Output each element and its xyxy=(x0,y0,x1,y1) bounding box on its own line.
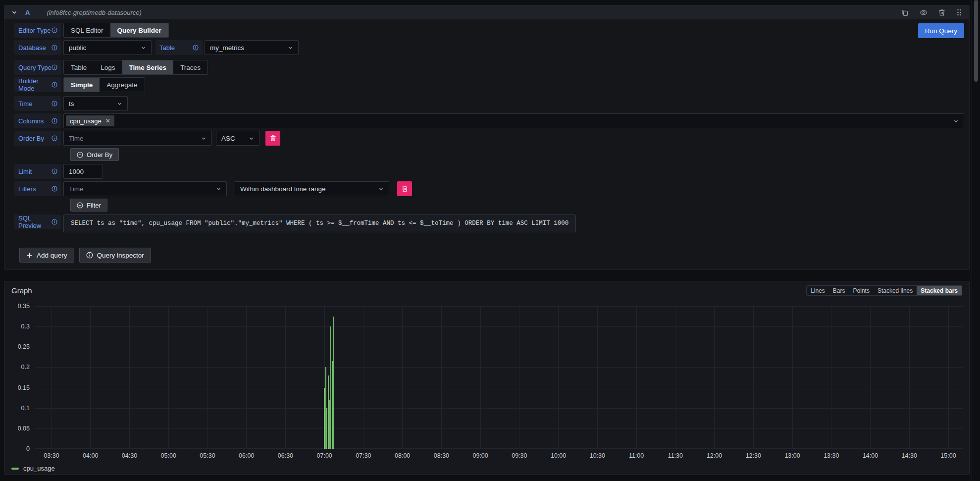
limit-input[interactable] xyxy=(63,164,103,179)
chevron-down-icon xyxy=(201,136,206,141)
y-axis-tick-label: 0.05 xyxy=(5,425,30,432)
add-filter-button[interactable]: Filter xyxy=(70,199,107,212)
query-header[interactable]: A (info8fcc-greptimedb-datasource) xyxy=(4,5,969,19)
x-axis-tick-label: 04:00 xyxy=(83,452,98,459)
x-axis-tick-label: 13:00 xyxy=(784,452,800,459)
x-gridline xyxy=(636,306,637,449)
editor-type-toggle: SQL EditorQuery Builder xyxy=(63,23,169,38)
database-select[interactable]: public xyxy=(63,40,152,55)
info-icon[interactable] xyxy=(52,186,57,192)
collapse-chevron-icon[interactable] xyxy=(11,9,17,15)
builder-mode-label: Builder Mode xyxy=(14,77,61,92)
query-type-toggle-option-time-series[interactable]: Time Series xyxy=(122,60,174,74)
sql-preview-label: SQL Preview xyxy=(14,214,61,229)
duplicate-query-icon[interactable] xyxy=(901,9,909,16)
query-type-toggle-option-traces[interactable]: Traces xyxy=(173,60,207,74)
builder-mode-toggle-option-aggregate[interactable]: Aggregate xyxy=(100,78,144,92)
info-icon[interactable] xyxy=(52,64,57,70)
x-axis-tick-label: 12:00 xyxy=(707,452,722,459)
graph-mode-option-bars[interactable]: Bars xyxy=(829,286,849,295)
info-icon[interactable] xyxy=(52,82,57,88)
plus-circle-icon xyxy=(77,202,83,209)
x-gridline xyxy=(519,306,519,449)
y-gridline xyxy=(35,388,963,388)
info-icon[interactable] xyxy=(52,101,57,107)
info-icon[interactable] xyxy=(52,27,57,33)
info-icon[interactable] xyxy=(52,118,57,124)
y-axis-tick-label: 0 xyxy=(5,445,30,453)
order-direction-select[interactable]: ASC xyxy=(216,131,259,146)
legend-item-cpu-usage[interactable]: cpu_usage xyxy=(11,465,55,472)
info-icon[interactable] xyxy=(52,219,57,225)
x-gridline xyxy=(480,306,481,449)
x-gridline xyxy=(246,306,247,449)
query-editor-body: Run Query Editor Type SQL EditorQuery Bu… xyxy=(4,19,969,269)
run-query-button[interactable]: Run Query xyxy=(918,23,964,38)
remove-column-icon[interactable]: ✕ xyxy=(105,118,110,124)
filter-condition-select[interactable]: Within dashboard time range xyxy=(235,181,389,196)
y-axis-tick-label: 0.1 xyxy=(5,404,30,412)
query-type-toggle-option-table[interactable]: Table xyxy=(64,60,94,74)
chevron-down-icon xyxy=(249,136,254,141)
trash-icon[interactable] xyxy=(938,9,945,16)
x-gridline xyxy=(168,306,169,449)
chevron-down-icon xyxy=(216,186,221,192)
time-label: Time xyxy=(14,96,61,111)
y-axis-tick-label: 0.35 xyxy=(5,302,30,310)
sql-preview-text: SELECT ts as "time", cpu_usage FROM "pub… xyxy=(63,214,576,232)
x-axis-tick-label: 14:00 xyxy=(863,452,878,459)
graph-mode-option-lines[interactable]: Lines xyxy=(807,286,829,295)
graph-mode: LinesBarsPointsStacked linesStacked bars xyxy=(806,285,962,296)
add-order-by-button[interactable]: Order By xyxy=(70,148,119,161)
scrollbar-thumb[interactable] xyxy=(974,0,978,82)
y-gridline xyxy=(35,347,963,347)
filter-field-select[interactable]: Time xyxy=(63,181,227,196)
eye-icon[interactable] xyxy=(920,9,928,16)
x-gridline xyxy=(792,306,793,449)
query-type-toggle-option-logs[interactable]: Logs xyxy=(94,60,122,74)
time-column-select[interactable]: ts xyxy=(63,96,128,111)
x-axis-tick-label: 15:00 xyxy=(940,452,956,459)
x-axis-tick-label: 07:30 xyxy=(356,452,371,459)
query-inspector-button[interactable]: Query inspector xyxy=(79,248,151,263)
y-gridline xyxy=(35,326,963,327)
remove-order-by-button[interactable] xyxy=(265,131,280,146)
info-icon[interactable] xyxy=(52,45,57,51)
columns-multiselect[interactable]: cpu_usage ✕ xyxy=(63,113,964,128)
column-chip-cpu-usage[interactable]: cpu_usage ✕ xyxy=(66,115,114,126)
x-axis-tick-label: 03:30 xyxy=(44,452,59,459)
x-axis-tick-label: 06:00 xyxy=(239,452,254,459)
editor-type-toggle-option-sql-editor[interactable]: SQL Editor xyxy=(64,23,110,37)
add-query-button[interactable]: Add query xyxy=(19,248,74,263)
plus-icon xyxy=(26,252,33,259)
y-gridline xyxy=(35,408,963,409)
editor-type-toggle-option-query-builder[interactable]: Query Builder xyxy=(110,23,168,37)
x-gridline xyxy=(558,306,559,449)
x-gridline xyxy=(402,306,403,449)
graph-mode-option-stacked-lines[interactable]: Stacked lines xyxy=(874,286,917,295)
x-axis-labels: 03:3004:0004:3005:0005:3006:0006:3007:00… xyxy=(35,449,963,462)
x-gridline xyxy=(870,306,871,449)
drag-handle-icon[interactable] xyxy=(956,8,962,16)
plus-circle-icon xyxy=(77,152,83,158)
graph-mode-option-stacked-bars[interactable]: Stacked bars xyxy=(917,286,962,295)
graph-panel: Graph LinesBarsPointsStacked linesStacke… xyxy=(4,281,970,475)
chevron-down-icon xyxy=(117,101,122,107)
database-label: Database xyxy=(14,40,61,55)
filters-label: Filters xyxy=(14,181,61,196)
x-gridline xyxy=(90,306,91,449)
x-gridline xyxy=(207,306,207,449)
order-by-field-select[interactable]: Time xyxy=(63,131,212,146)
x-axis-tick-label: 12:30 xyxy=(746,452,761,459)
bar-cpu_usage xyxy=(333,317,334,449)
x-axis-tick-label: 09:30 xyxy=(512,452,527,459)
graph-mode-option-points[interactable]: Points xyxy=(849,286,874,295)
builder-mode-toggle-option-simple[interactable]: Simple xyxy=(64,78,100,92)
info-icon[interactable] xyxy=(193,45,199,51)
chevron-down-icon xyxy=(953,118,959,124)
remove-filter-button[interactable] xyxy=(397,181,412,196)
info-icon[interactable] xyxy=(52,168,57,174)
x-axis-tick-label: 11:30 xyxy=(668,452,683,459)
table-select[interactable]: my_metrics xyxy=(205,40,299,55)
info-icon[interactable] xyxy=(52,135,57,141)
